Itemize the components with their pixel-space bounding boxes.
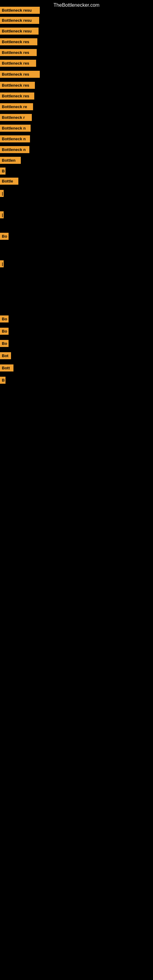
bottleneck-item[interactable]: Bo — [0, 315, 9, 323]
bottleneck-item[interactable]: Bot — [0, 352, 11, 359]
bottleneck-item[interactable]: Bottleneck resu — [0, 17, 39, 24]
bottleneck-item[interactable]: | — [0, 260, 4, 267]
bottleneck-item[interactable]: Bottleneck re — [0, 103, 33, 110]
bottleneck-item[interactable]: Bottleneck n — [0, 135, 30, 142]
bottleneck-item[interactable]: Bottleneck n — [0, 146, 29, 153]
bottleneck-item[interactable]: Bottleneck r — [0, 114, 32, 121]
bottleneck-item[interactable]: Bottleneck resu — [0, 7, 40, 14]
bottleneck-item[interactable]: Bottleneck res — [0, 60, 36, 67]
bottleneck-item[interactable]: Bottleneck res — [0, 92, 34, 100]
bottleneck-item[interactable]: | — [0, 211, 4, 218]
bottleneck-item[interactable]: Bo — [0, 233, 9, 240]
bottleneck-item[interactable]: Bott — [0, 364, 13, 371]
bottleneck-item[interactable]: Bottlen — [0, 157, 21, 164]
bottleneck-item[interactable]: Bottleneck res — [0, 49, 37, 56]
bottleneck-item[interactable]: B — [0, 377, 5, 384]
bottleneck-item[interactable]: | — [0, 190, 4, 197]
bottleneck-item[interactable]: Bo — [0, 328, 9, 335]
bottleneck-item[interactable]: Bottle — [0, 178, 18, 185]
bottleneck-item[interactable]: B — [0, 167, 5, 175]
bottleneck-item[interactable]: Bottleneck n — [0, 125, 30, 132]
bottleneck-item[interactable]: Bottleneck res — [0, 82, 35, 89]
bottleneck-item[interactable]: Bottleneck resu — [0, 27, 38, 35]
bottleneck-item[interactable]: Bottleneck res — [0, 71, 40, 78]
bottleneck-item[interactable]: Bottleneck res — [0, 38, 37, 45]
bottleneck-item[interactable]: Bo — [0, 340, 9, 347]
